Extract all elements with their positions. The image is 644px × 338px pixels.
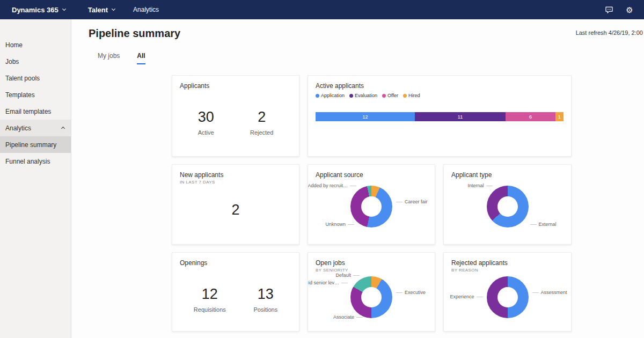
stat-value: 30 [198,109,214,126]
sidebar-item-talent-pools[interactable]: Talent pools [0,70,71,86]
card-title: Active applicants [316,82,564,90]
sidebar-item-label: Funnel analysis [5,158,50,165]
stacked-bar-chart[interactable]: 121161 [316,112,564,121]
main-content: Pipeline summary Last refresh 4/26/19, 2… [71,19,644,338]
stat-label: Active [198,129,214,136]
feedback-icon-glyph [605,5,613,14]
card-subtitle: BY SENIORITY [316,268,427,273]
stat-value: 2 [250,109,273,126]
tab-all[interactable]: All [137,52,145,64]
donut-ring[interactable] [487,276,529,318]
donut-callout-label: Mid senior lev… [308,280,350,285]
card-active-applicants: Active applicants ApplicationEvaluationO… [308,75,572,157]
open-jobs-donut-chart[interactable]: DefaultExecutiveAssociateMid senior lev… [316,274,427,321]
dynamics-talent-app: { "topbar": { "brand": "Dynamics 365", "… [0,0,644,338]
donut-callout-label: Associate [333,314,365,320]
card-applicant-type: Applicant type ExternalInternal [443,164,572,245]
applicant-type-donut-chart[interactable]: ExternalInternal [451,180,564,233]
callout-line [486,186,493,186]
donut-callout-label: Added by recruit… [308,183,358,188]
tab-bar: My jobs All [98,52,145,64]
card-title: Rejected applicants [451,259,564,267]
sidebar-item-label: Jobs [5,58,19,65]
legend-item: Application [316,93,345,98]
donut-ring[interactable] [350,186,392,227]
page-title: Pipeline summary [89,27,180,40]
sidebar-item-label: Talent pools [5,75,40,82]
donut-callout-label: Internal [467,183,494,188]
sidebar-item-label: Home [5,41,23,49]
callout-line [348,224,354,225]
new-applicants-value: 2 [180,202,291,218]
sidebar-item-jobs[interactable]: Jobs [0,53,71,70]
brand-label: Dynamics 365 [12,6,58,14]
openings-stats: 12 Requisitions 13 Positions [180,286,291,313]
sidebar-item-home[interactable]: Home [0,36,71,53]
stat-active: 30 Active [198,109,214,136]
topbar-analytics-label[interactable]: Analytics [133,6,159,13]
donut-callout-label: Unknown [325,222,356,227]
bar-segment-offer[interactable]: 6 [506,112,555,121]
talent-app-menu[interactable]: Talent [88,6,115,14]
legend-item: Offer [382,93,398,98]
card-title: Open jobs [316,259,427,267]
legend-dot [382,94,386,98]
sidebar-item-templates[interactable]: Templates [0,86,71,103]
card-openings: Openings 12 Requisitions 13 Positions [172,252,299,332]
settings-gear-icon[interactable]: ⚙ [625,5,634,14]
sidebar-item-label: Pipeline summary [5,141,56,149]
applicant-source-donut-chart[interactable]: Added by recruit…Career fairUnknown [316,180,427,233]
app-label: Talent [88,6,108,14]
card-applicant-source: Applicant source Added by recruit…Career… [308,164,435,245]
topbar-actions: ⚙ [604,5,634,14]
feedback-icon[interactable] [604,5,614,14]
stat-label: Positions [254,306,278,313]
applicants-stats: 30 Active 2 Rejected [180,109,291,136]
left-nav-sidebar: Home Jobs Talent pools Templates Email t… [0,19,71,338]
card-applicants: Applicants 30 Active 2 Rejected [172,75,299,157]
tab-my-jobs[interactable]: My jobs [98,52,120,64]
donut-ring[interactable] [487,186,529,227]
card-rejected-applicants: Rejected applicants BY REASON Assessment… [443,252,572,332]
card-title: Openings [180,259,291,267]
chevron-down-icon [62,6,66,10]
sidebar-item-label: Templates [5,91,35,99]
stat-value: 12 [194,286,226,303]
cards-grid: Applicants 30 Active 2 Rejected Active a… [172,75,572,332]
card-title: New applicants [180,171,291,179]
sidebar-group-analytics[interactable]: Analytics [0,120,71,136]
donut-ring[interactable] [350,276,392,318]
card-title: Applicant type [451,171,564,179]
donut-callout-label: External [528,222,557,227]
section-label: Analytics [133,6,159,13]
legend-item: Evaluation [349,93,377,98]
stat-positions: 13 Positions [254,286,278,313]
stat-requisitions: 12 Requisitions [194,286,226,313]
legend-item: Hired [403,93,420,98]
callout-line [341,283,348,283]
stat-label: Requisitions [194,306,226,313]
donut-callout-label: Assessment [530,290,567,295]
bar-segment-evaluation[interactable]: 11 [415,112,506,121]
bar-segment-application[interactable]: 12 [316,112,415,121]
chevron-down-icon [112,6,115,10]
sidebar-item-funnel-analysis[interactable]: Funnel analysis [0,153,71,170]
chevron-up-icon [61,127,65,130]
stat-value: 13 [254,286,278,303]
sidebar-item-pipeline-summary[interactable]: Pipeline summary [0,136,71,153]
callout-line [396,202,402,202]
callout-line [356,317,363,318]
donut-callout-label: Experience [450,294,485,299]
donut-callout-label: Executive [394,290,426,295]
rejected-applicants-donut-chart[interactable]: AssessmentExperience [451,274,564,321]
top-app-bar: Dynamics 365 Talent Analytics ⚙ [0,0,644,19]
last-refresh-text: Last refresh 4/26/19, 2:00 [576,30,643,36]
card-open-jobs: Open jobs BY SENIORITY DefaultExecutiveA… [308,252,435,332]
sidebar-item-email-templates[interactable]: Email templates [0,103,71,120]
sidebar-item-label: Email templates [5,108,51,115]
legend-dot [349,94,353,98]
bar-segment-hired[interactable]: 1 [555,112,564,121]
dynamics-365-menu[interactable]: Dynamics 365 [12,6,65,14]
callout-line [353,275,360,276]
legend-dot [316,94,319,98]
